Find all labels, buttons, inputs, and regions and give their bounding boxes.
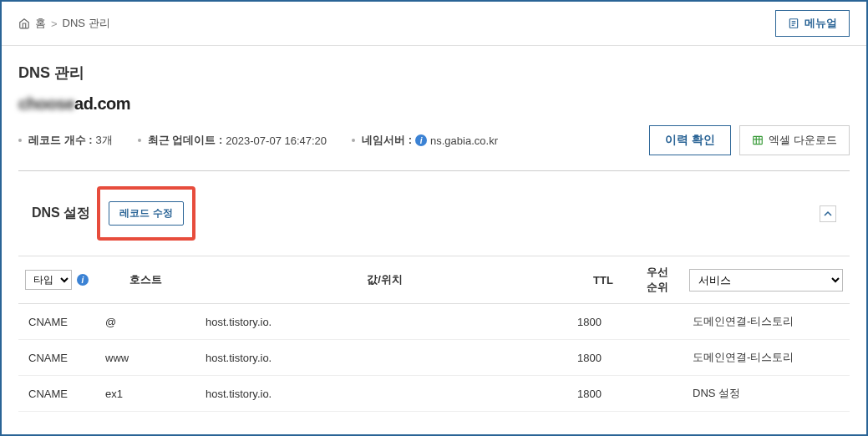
domain-suffix: ad.com — [74, 94, 130, 113]
nameserver-label: 네임서버 : — [362, 133, 412, 148]
dns-table-body: CNAME @ host.tistory.io. 1800 도메인연결-티스토리… — [18, 304, 850, 412]
info-icon[interactable]: i — [77, 274, 89, 286]
cell-value: host.tistory.io. — [195, 376, 574, 412]
info-left: 레코드 개수 : 3개 최근 업데이트 : 2023-07-07 16:47:2… — [18, 133, 498, 148]
bullet-dot — [18, 139, 22, 142]
manual-button[interactable]: 메뉴얼 — [775, 10, 850, 37]
section-header-left: DNS 설정 레코드 수정 — [32, 186, 195, 241]
info-row: 레코드 개수 : 3개 최근 업데이트 : 2023-07-07 16:47:2… — [18, 125, 850, 155]
table-row: CNAME www host.tistory.io. 1800 도메인연결-티스… — [18, 340, 850, 376]
cell-priority — [632, 376, 683, 412]
excel-download-label: 엑셀 다운로드 — [769, 133, 837, 148]
home-icon[interactable] — [18, 18, 30, 29]
cell-type: CNAME — [18, 376, 95, 412]
highlight-box: 레코드 수정 — [97, 186, 195, 241]
th-host: 호스트 — [95, 256, 195, 304]
cell-priority — [632, 340, 683, 376]
history-button[interactable]: 이력 확인 — [649, 125, 731, 155]
cell-ttl: 1800 — [574, 340, 632, 376]
th-type: 타입 i — [18, 256, 95, 304]
breadcrumb: 홈 > DNS 관리 — [18, 16, 110, 31]
th-priority: 우선 순위 — [632, 256, 683, 304]
bullet-dot — [138, 139, 141, 142]
table-row: CNAME @ host.tistory.io. 1800 도메인연결-티스토리 — [18, 304, 850, 340]
edit-record-button[interactable]: 레코드 수정 — [109, 201, 183, 226]
excel-icon — [752, 134, 764, 146]
manual-icon — [788, 18, 799, 29]
breadcrumb-current: DNS 관리 — [63, 16, 110, 31]
nameserver-value: ns.gabia.co.kr — [430, 134, 498, 147]
cell-ttl: 1800 — [574, 376, 632, 412]
th-service: 서비스 — [683, 256, 850, 304]
page-title: DNS 관리 — [18, 63, 850, 83]
record-count-label: 레코드 개수 : — [28, 133, 93, 148]
cell-value: host.tistory.io. — [195, 340, 574, 376]
service-filter-select[interactable]: 서비스 — [689, 269, 843, 292]
nameserver-item: 네임서버 : i ns.gabia.co.kr — [352, 133, 498, 148]
cell-ttl: 1800 — [574, 304, 632, 340]
cell-host: @ — [95, 304, 195, 340]
domain-blurred-part: choose — [18, 94, 74, 114]
breadcrumb-separator: > — [51, 18, 58, 30]
excel-download-button[interactable]: 엑셀 다운로드 — [739, 125, 850, 155]
cell-service: 도메인연결-티스토리 — [683, 340, 850, 376]
breadcrumb-bar: 홈 > DNS 관리 메뉴얼 — [2, 2, 866, 46]
last-update-label: 최근 업데이트 : — [148, 133, 223, 148]
svg-rect-4 — [754, 136, 763, 144]
info-right: 이력 확인 엑셀 다운로드 — [649, 125, 850, 155]
breadcrumb-home[interactable]: 홈 — [35, 16, 46, 31]
info-icon[interactable]: i — [415, 134, 427, 146]
manual-button-label: 메뉴얼 — [805, 16, 837, 31]
cell-value: host.tistory.io. — [195, 304, 574, 340]
table-row: CNAME ex1 host.tistory.io. 1800 DNS 설정 — [18, 376, 850, 412]
cell-service: DNS 설정 — [683, 376, 850, 412]
cell-host: ex1 — [95, 376, 195, 412]
collapse-toggle[interactable] — [820, 205, 836, 222]
last-update-item: 최근 업데이트 : 2023-07-07 16:47:20 — [138, 133, 327, 148]
last-update-value: 2023-07-07 16:47:20 — [226, 134, 327, 147]
cell-type: CNAME — [18, 340, 95, 376]
dns-records-table: 타입 i 호스트 값/위치 TTL 우선 순위 서비스 CNAME — [18, 256, 850, 412]
th-ttl: TTL — [574, 256, 632, 304]
record-count-item: 레코드 개수 : 3개 — [18, 133, 113, 148]
cell-host: www — [95, 340, 195, 376]
bullet-dot — [352, 139, 355, 142]
dns-settings-title: DNS 설정 — [32, 205, 90, 222]
th-value: 값/위치 — [195, 256, 574, 304]
cell-type: CNAME — [18, 304, 95, 340]
record-count-value: 3개 — [96, 133, 113, 148]
domain-name: choosead.com — [18, 94, 850, 114]
type-filter-select[interactable]: 타입 — [25, 270, 72, 290]
dns-settings-section-header: DNS 설정 레코드 수정 — [18, 170, 850, 256]
cell-priority — [632, 304, 683, 340]
cell-service: 도메인연결-티스토리 — [683, 304, 850, 340]
content-area: DNS 관리 choosead.com 레코드 개수 : 3개 최근 업데이트 … — [2, 46, 866, 436]
